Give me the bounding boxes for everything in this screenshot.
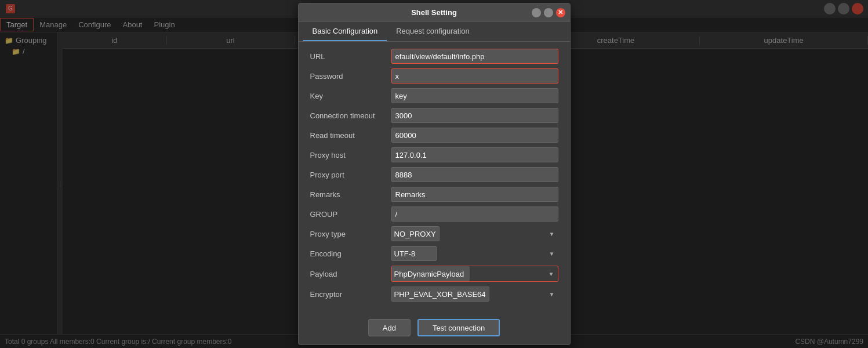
label-payload: Payload: [310, 270, 391, 278]
label-encoding: Encoding: [310, 249, 391, 258]
select-encoding[interactable]: UTF-8 GBK ISO-8859-1: [391, 246, 437, 261]
select-wrapper-payload: PhpDynamicPayload JavaDynamicPayload: [391, 266, 558, 282]
tab-request-configuration[interactable]: Request configuration: [387, 22, 478, 41]
tab-basic-configuration[interactable]: Basic Configuration: [303, 22, 387, 41]
input-connection-timeout[interactable]: [391, 108, 558, 123]
label-encryptor: Encryptor: [310, 290, 391, 299]
dialog-title: Shell Setting: [411, 8, 457, 17]
input-remarks[interactable]: [391, 187, 558, 202]
label-connection-timeout: Connection timeout: [310, 111, 391, 120]
label-group: GROUP: [310, 210, 391, 219]
form-row-key: Key: [310, 88, 558, 103]
dialog-maximize-button[interactable]: [544, 8, 553, 17]
form-row-url: URL: [310, 49, 558, 64]
form-row-remarks: Remarks: [310, 187, 558, 202]
dialog-close-button[interactable]: ✕: [556, 8, 565, 17]
dialog-controls: ✕: [532, 8, 565, 17]
input-url[interactable]: [391, 49, 558, 64]
dialog-body: URL Password Key Connection timeout Read…: [299, 42, 570, 313]
dialog-tabs: Basic Configuration Request configuratio…: [299, 22, 570, 42]
input-password[interactable]: [391, 68, 558, 84]
modal-overlay: Shell Setting ✕ Basic Configuration Requ…: [0, 0, 868, 348]
form-row-payload: Payload PhpDynamicPayload JavaDynamicPay…: [310, 266, 558, 282]
dialog-title-bar: Shell Setting ✕: [299, 3, 570, 22]
form-row-proxy-host: Proxy host: [310, 147, 558, 162]
shell-setting-dialog: Shell Setting ✕ Basic Configuration Requ…: [298, 3, 571, 345]
input-key[interactable]: [391, 88, 558, 103]
input-read-timeout[interactable]: [391, 128, 558, 143]
input-proxy-host[interactable]: [391, 147, 558, 162]
input-group[interactable]: [391, 206, 558, 222]
label-password: Password: [310, 72, 391, 81]
label-proxy-type: Proxy type: [310, 230, 391, 238]
form-row-encoding: Encoding UTF-8 GBK ISO-8859-1: [310, 246, 558, 261]
form-row-connection-timeout: Connection timeout: [310, 108, 558, 123]
input-proxy-port[interactable]: [391, 167, 558, 182]
label-url: URL: [310, 52, 391, 61]
dialog-footer: Add Test connection: [299, 313, 570, 345]
label-remarks: Remarks: [310, 190, 391, 199]
select-wrapper-encoding: UTF-8 GBK ISO-8859-1: [391, 246, 558, 261]
label-read-timeout: Read timeout: [310, 131, 391, 140]
test-connection-button[interactable]: Test connection: [417, 319, 500, 336]
form-row-password: Password: [310, 68, 558, 84]
select-encryptor[interactable]: PHP_EVAL_XOR_BASE64 JAVA_AES_BASE64: [391, 287, 489, 302]
form-row-proxy-port: Proxy port: [310, 167, 558, 182]
add-button[interactable]: Add: [368, 319, 411, 336]
select-wrapper-encryptor: PHP_EVAL_XOR_BASE64 JAVA_AES_BASE64: [391, 287, 558, 302]
form-row-group: GROUP: [310, 206, 558, 222]
label-proxy-host: Proxy host: [310, 151, 391, 160]
select-payload[interactable]: PhpDynamicPayload JavaDynamicPayload: [392, 266, 470, 281]
select-wrapper-proxy-type: NO_PROXY HTTP SOCKS: [391, 226, 558, 241]
form-row-encryptor: Encryptor PHP_EVAL_XOR_BASE64 JAVA_AES_B…: [310, 287, 558, 302]
select-proxy-type[interactable]: NO_PROXY HTTP SOCKS: [391, 226, 440, 241]
form-row-proxy-type: Proxy type NO_PROXY HTTP SOCKS: [310, 226, 558, 241]
label-proxy-port: Proxy port: [310, 171, 391, 179]
dialog-minimize-button[interactable]: [532, 8, 541, 17]
form-row-read-timeout: Read timeout: [310, 128, 558, 143]
label-key: Key: [310, 92, 391, 100]
